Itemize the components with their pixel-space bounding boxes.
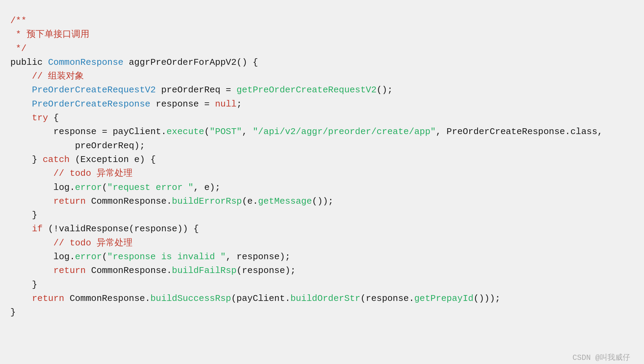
code-token: [10, 196, 53, 206]
code-token: // todo 异常处理: [53, 238, 133, 248]
code-line: log.error("request error ", e);: [10, 181, 634, 194]
code-token: [10, 238, 53, 248]
code-container: /** * 预下单接口调用 */public CommonResponse ag…: [0, 7, 644, 364]
code-token: CommonResponse.: [86, 196, 172, 206]
code-token: response = payClient.: [10, 127, 166, 137]
code-token: error: [75, 182, 102, 193]
code-token: buildFailRsp: [172, 265, 236, 276]
code-token: null: [215, 99, 236, 109]
code-token: {: [48, 113, 59, 123]
code-token: buildErrorRsp: [172, 196, 242, 206]
code-token: [10, 293, 32, 304]
code-token: PreOrderCreateResponse: [32, 99, 150, 109]
code-line: if (!validResponse(response)) {: [10, 222, 634, 236]
code-line: return CommonResponse.buildSuccessRsp(pa…: [10, 292, 634, 305]
code-line: // todo 异常处理: [10, 236, 634, 250]
code-token: [10, 168, 53, 179]
code-token: ;: [236, 99, 242, 109]
code-token: [10, 71, 32, 81]
code-line: */: [10, 42, 634, 55]
code-token: "POST": [209, 127, 242, 137]
code-token: CommonResponse: [48, 57, 123, 68]
code-token: ,: [242, 127, 253, 137]
watermark: CSDN @叫我威仔: [573, 352, 630, 364]
code-token: error: [75, 252, 102, 262]
code-token: execute: [166, 127, 204, 137]
code-token: (payClient.: [231, 293, 291, 304]
code-token: (response.: [360, 293, 414, 304]
code-token: }: [10, 307, 16, 317]
code-token: ();: [377, 85, 393, 95]
code-token: , PreOrderCreateResponse.class,: [436, 127, 603, 137]
code-token: [10, 265, 53, 276]
code-token: (!validResponse(response)) {: [43, 224, 199, 234]
code-line: PreOrderCreateRequestV2 preOrderReq = ge…: [10, 83, 634, 97]
code-line: * 预下单接口调用: [10, 28, 634, 41]
code-token: preOrderReq);: [10, 141, 145, 151]
code-line: // 组装对象: [10, 69, 634, 83]
code-token: getPrepayId: [414, 293, 474, 304]
code-token: "response is invalid ": [107, 252, 226, 262]
code-token: (: [204, 127, 210, 137]
code-token: , e);: [194, 182, 221, 193]
code-token: return: [32, 293, 64, 304]
code-token: }: [10, 154, 43, 165]
code-token: "request error ": [107, 182, 194, 193]
code-token: catch: [43, 154, 70, 165]
code-token: [10, 224, 32, 234]
code-token: CommonResponse.: [64, 293, 150, 304]
code-token: if: [32, 224, 42, 234]
code-token: ()));: [474, 293, 500, 304]
code-token: buildSuccessRsp: [150, 293, 231, 304]
code-token: }: [10, 210, 37, 220]
code-line: } catch (Exception e) {: [10, 153, 634, 166]
code-token: try: [32, 113, 48, 123]
code-token: }: [10, 280, 37, 290]
code-token: // 组装对象: [32, 71, 84, 81]
code-token: * 预下单接口调用: [10, 29, 89, 40]
code-line: return CommonResponse.buildFailRsp(respo…: [10, 264, 634, 277]
code-token: return: [53, 265, 86, 276]
code-token: getMessage: [258, 196, 312, 206]
code-line: }: [10, 278, 634, 292]
code-token: [10, 85, 32, 95]
code-token: // todo 异常处理: [53, 168, 133, 179]
code-token: [10, 113, 32, 123]
code-token: (: [102, 182, 107, 193]
code-token: PreOrderCreateRequestV2: [32, 85, 156, 95]
code-line: public CommonResponse aggrPreOrderForApp…: [10, 55, 634, 69]
code-line: }: [10, 305, 634, 319]
code-token: */: [10, 43, 27, 54]
code-line: // todo 异常处理: [10, 166, 634, 180]
code-line: try {: [10, 111, 634, 125]
code-token: public: [10, 57, 48, 68]
code-token: response =: [150, 99, 215, 109]
code-token: buildOrderStr: [290, 293, 360, 304]
code-line: preOrderReq);: [10, 139, 634, 153]
code-token: ());: [312, 196, 333, 206]
code-token: CommonResponse.: [86, 265, 172, 276]
code-token: log.: [10, 252, 75, 262]
code-token: [10, 99, 32, 109]
code-line: /**: [10, 14, 634, 28]
code-token: (response);: [236, 265, 296, 276]
code-line: PreOrderCreateResponse response = null;: [10, 97, 634, 111]
code-token: getPreOrderCreateRequestV2: [236, 85, 377, 95]
code-line: log.error("response is invalid ", respon…: [10, 250, 634, 264]
code-line: response = payClient.execute("POST", "/a…: [10, 125, 634, 139]
code-token: (Exception e) {: [70, 154, 156, 165]
code-token: , response);: [226, 252, 290, 262]
code-token: (: [102, 252, 107, 262]
code-token: log.: [10, 182, 75, 193]
code-token: preOrderReq =: [156, 85, 236, 95]
code-token: aggrPreOrderForAppV2() {: [124, 57, 258, 68]
code-token: /**: [10, 16, 27, 26]
code-line: return CommonResponse.buildErrorRsp(e.ge…: [10, 194, 634, 208]
code-token: "/api/v2/aggr/preorder/create/app": [253, 127, 436, 137]
code-token: (e.: [242, 196, 258, 206]
code-line: }: [10, 208, 634, 222]
code-token: return: [53, 196, 86, 206]
code-block: /** * 预下单接口调用 */public CommonResponse ag…: [10, 14, 634, 320]
